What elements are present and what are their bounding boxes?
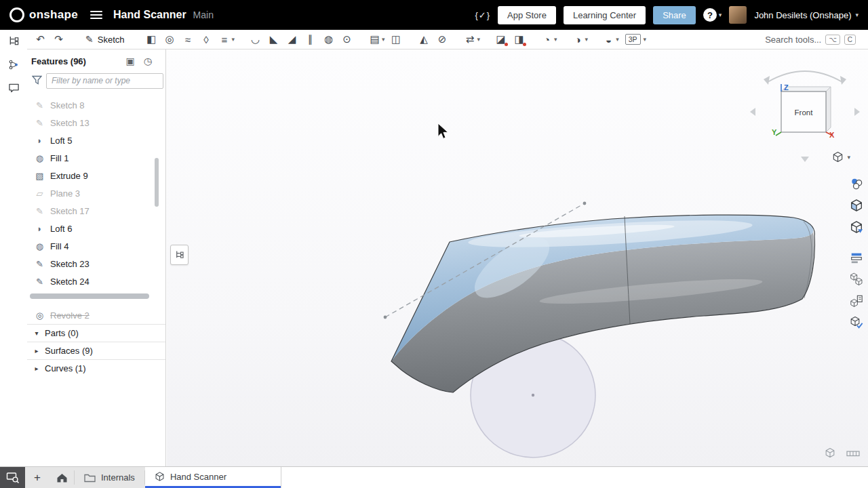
feature-item[interactable]: ◗Loft 5 [27,131,165,149]
new-tab-button[interactable]: + [25,467,50,488]
horizontal-scrollbar[interactable] [30,293,149,299]
search-tools[interactable]: Search tools... ⌥ C [765,35,856,45]
feature-filter-input[interactable] [46,73,163,89]
surfaces-section[interactable]: ▸ Surfaces (9) [27,342,165,359]
feature-label: Extrude 9 [50,171,88,181]
chevron-down-icon[interactable]: ▾ [644,36,647,43]
instances-panel-icon[interactable] [848,270,865,288]
rollback-history-icon[interactable]: ◷ [144,56,152,66]
circle-center-point[interactable] [532,394,534,396]
offset-surface-tool-icon[interactable]: ◔ [538,31,556,47]
named-views-icon[interactable] [848,218,865,236]
tab-label: Hand Scanner [170,472,226,482]
main-menu-icon[interactable] [90,11,102,20]
comparison-panel-icon[interactable] [848,249,865,266]
feature-label: Sketch 17 [50,206,90,216]
loft-tool-icon[interactable]: ◊ [197,31,215,47]
hole-tool-icon[interactable]: ⊙ [338,31,356,47]
view-cube[interactable]: Front Z Y X [747,56,863,165]
home-icon [56,472,68,483]
split-tool-icon[interactable]: ⊘ [433,31,452,47]
feature-item[interactable]: ✎Sketch 23 [27,255,165,272]
sketch-icon: ✎ [35,100,45,110]
user-name: John Desilets (Onshape) [754,10,851,20]
mirror-tool-icon[interactable]: ◫ [387,31,406,47]
search-tabs-button[interactable] [0,467,25,488]
chevron-down-icon: ▾ [847,154,850,161]
feature-item[interactable]: ▧Extrude 9 [27,167,165,184]
line-endpoint[interactable] [583,202,587,205]
panel-collapse-handle[interactable] [170,245,189,265]
onshape-logo-icon [9,7,24,22]
parts-section[interactable]: ▾ Parts (0) [27,324,165,342]
user-menu[interactable]: John Desilets (Onshape) ▾ [754,10,859,20]
feature-list: ✎Sketch 8 ✎Sketch 13 ◗Loft 5 ◍Fill 1 ▧Ex… [27,96,165,324]
appearance-panel-icon[interactable] [848,175,865,192]
feature-item[interactable]: ▱Plane 3 [27,184,165,202]
home-tab-button[interactable] [50,467,74,488]
shell-tool-icon[interactable]: ◍ [319,31,338,47]
feature-item[interactable]: ◎Revolve 2 [27,306,165,324]
features-panel: Features (96) ▣ ◷ ✎Sketch 8 ✎Sketch 13 ◗… [27,49,166,466]
feature-item[interactable]: ✎Sketch 24 [27,272,165,290]
view-options-menu[interactable]: ▾ [832,151,850,163]
extrude-tool-icon[interactable]: ◧ [142,31,160,47]
delete-face-tool-icon[interactable]: ◪ [492,31,510,47]
onshape-logo[interactable]: onshape [9,7,78,22]
sweep-tool-icon[interactable]: ≈ [178,31,197,47]
search-tools-label: Search tools... [765,35,821,45]
feature-item[interactable]: ✎Sketch 13 [27,114,165,131]
thicken-tool-icon[interactable]: ≡ [215,31,233,47]
linear-pattern-tool-icon[interactable]: ▤ [366,31,384,47]
shortcut-key-c: C [844,35,856,45]
feature-item[interactable]: ◗Loft 6 [27,220,165,237]
feature-tree-icon[interactable] [5,33,22,49]
feature-script-icon[interactable]: {✓} [475,10,491,20]
tab-internals[interactable]: Internals [75,467,144,488]
transform-tool-icon[interactable]: ⇄ [461,31,479,47]
fill-surface-tool-icon[interactable]: ◒ [599,31,618,47]
draft-tool-icon[interactable]: ◢ [283,31,301,47]
avatar[interactable] [729,6,747,24]
feature-label: Fill 1 [50,153,68,163]
boolean-tool-icon[interactable]: ◭ [415,31,433,47]
share-button[interactable]: Share [653,6,696,24]
redo-button[interactable]: ↷ [50,31,68,47]
app-store-button[interactable]: App Store [498,6,556,24]
versions-graph-icon[interactable] [5,56,22,73]
help-menu[interactable]: ? ▾ [703,8,722,22]
feature-item[interactable]: ✎Sketch 8 [27,96,165,114]
comments-icon[interactable] [5,80,22,96]
versions-panel-icon[interactable] [848,314,865,331]
app-header: onshape Hand Scanner Main {✓} App Store … [0,0,868,30]
display-states-icon[interactable] [848,197,865,214]
chamfer-tool-icon[interactable]: ◣ [264,31,283,47]
workspace-name[interactable]: Main [193,9,214,20]
feature-label: Sketch 13 [50,118,90,128]
isometric-grid-icon[interactable] [825,447,835,461]
sketch-button[interactable]: ✎ Sketch [77,34,132,45]
feature-item[interactable]: ◍Fill 4 [27,237,165,255]
line-endpoint[interactable] [384,316,387,319]
vertical-scrollbar[interactable] [155,158,159,207]
cube-icon [832,151,844,163]
rib-tool-icon[interactable]: ∥ [301,31,319,47]
custom-feature-chip[interactable]: 3P [625,34,641,45]
insert-reference-icon[interactable]: ▣ [126,56,135,66]
feature-item[interactable]: ◍Fill 1 [27,149,165,167]
section-label: Curves (1) [45,363,86,373]
revolve-tool-icon[interactable]: ◎ [160,31,178,47]
learning-center-button[interactable]: Learning Center [564,6,646,24]
curves-section[interactable]: ▸ Curves (1) [27,359,165,377]
fillet-tool-icon[interactable]: ◡ [246,31,264,47]
move-face-tool-icon[interactable]: ◨ [510,31,528,47]
sketch-label: Sketch [98,35,125,45]
feature-item[interactable]: ✎Sketch 17 [27,202,165,220]
document-tab-bar: + Internals Hand Scanner [0,466,868,488]
extrude-surface-tool-icon[interactable]: ◑ [569,31,587,47]
mouse-cursor [438,123,448,138]
tab-hand-scanner[interactable]: Hand Scanner [145,467,281,488]
undo-button[interactable]: ↶ [31,31,50,47]
bom-panel-icon[interactable] [848,292,865,310]
sketch-icon: ✎ [35,206,45,216]
